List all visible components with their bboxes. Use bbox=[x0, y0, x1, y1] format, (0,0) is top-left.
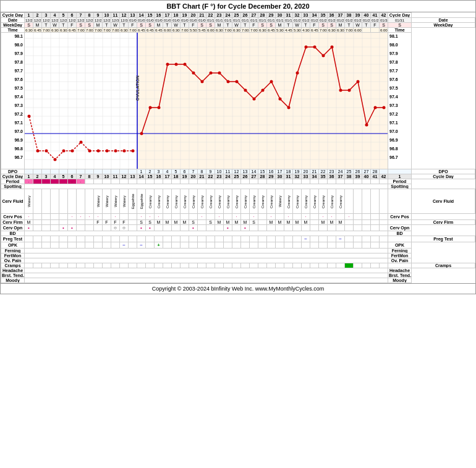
headache-row: Headache Headache bbox=[1, 268, 475, 273]
cd-11: 11 bbox=[111, 13, 120, 18]
svg-point-82 bbox=[218, 72, 221, 75]
ov-pain-label-right: Ov. Pain bbox=[388, 258, 412, 263]
temp-scale-right: 98.1 98.0 97.9 97.8 97.7 97.6 97.5 97.4 … bbox=[388, 33, 412, 169]
svg-point-68 bbox=[97, 150, 100, 153]
svg-point-67 bbox=[88, 150, 91, 153]
cd-40: 40 bbox=[362, 13, 371, 18]
cd-9: 9 bbox=[94, 13, 103, 18]
svg-point-88 bbox=[270, 80, 273, 83]
fertmon-label: FertMon bbox=[1, 253, 25, 258]
cd-32: 32 bbox=[293, 13, 302, 18]
weekday-label: WeekDay bbox=[1, 23, 25, 28]
cd-15: 15 bbox=[146, 13, 155, 18]
svg-point-78 bbox=[184, 63, 187, 66]
cerv-opn-label-right: Cerv Opn bbox=[388, 225, 412, 231]
temp-scale-left: 98.1 98.0 97.9 97.8 97.7 97.6 97.5 97.4 … bbox=[1, 33, 25, 169]
cd-10: 10 bbox=[103, 13, 111, 18]
brst-tend-row: Brst. Tend. Brst. Tend. bbox=[1, 273, 475, 278]
headache-label-right: Headache bbox=[388, 268, 412, 273]
cd-20: 20 bbox=[189, 13, 198, 18]
brst-tend-label: Brst. Tend. bbox=[1, 273, 25, 278]
spotting-row: Spotting Spotting bbox=[1, 184, 475, 189]
cd-12: 12 bbox=[120, 13, 129, 18]
moody-label: Moody bbox=[1, 278, 25, 283]
svg-point-83 bbox=[227, 80, 230, 83]
date-row: Date 12/20 12/21 12/22 12/23 12/24 12/25… bbox=[1, 18, 475, 23]
svg-point-71 bbox=[123, 150, 126, 153]
opk-label-right: OPK bbox=[388, 242, 412, 249]
svg-point-70 bbox=[114, 150, 117, 153]
svg-point-87 bbox=[261, 89, 265, 92]
chart-container: BBT Chart (F °) for Cycle December 20, 2… bbox=[0, 0, 476, 294]
svg-point-65 bbox=[71, 150, 74, 153]
svg-point-81 bbox=[210, 72, 213, 75]
svg-point-62 bbox=[45, 150, 48, 153]
svg-point-69 bbox=[106, 150, 109, 153]
cd-2: 2 bbox=[33, 13, 42, 18]
cd-33: 33 bbox=[302, 13, 310, 18]
svg-point-75 bbox=[158, 106, 161, 109]
copyright: Copyright © 2003-2024 bInfinity Web Inc.… bbox=[1, 283, 475, 294]
svg-point-66 bbox=[80, 141, 83, 144]
cd-36: 36 bbox=[328, 13, 336, 18]
period-label: Period bbox=[1, 179, 25, 184]
svg-point-97 bbox=[348, 89, 351, 92]
opk-label: OPK bbox=[1, 242, 25, 249]
cd-14: 14 bbox=[137, 13, 146, 18]
svg-point-99 bbox=[365, 124, 368, 127]
bbt-chart-area: OVULATION bbox=[25, 33, 388, 169]
svg-point-79 bbox=[192, 72, 195, 75]
cycle-day-row: Cycle Day 1 2 3 4 5 6 7 8 9 10 11 12 13 … bbox=[1, 13, 475, 18]
cd-24: 24 bbox=[224, 13, 232, 18]
svg-rect-0 bbox=[25, 33, 137, 169]
cycle-day-label-right: Cycle Day bbox=[388, 13, 412, 18]
svg-point-95 bbox=[331, 46, 334, 49]
moody-label-right: Moody bbox=[388, 278, 412, 283]
cd-7: 7 bbox=[77, 13, 85, 18]
brst-tend-label-right: Brst. Tend. bbox=[388, 273, 412, 278]
cd-42: 42 bbox=[380, 13, 388, 18]
time-row: Time 6:30 6:45 7:00 6:30 6:30 6:45 7:00 … bbox=[1, 28, 475, 33]
opk-row: OPK − − + OPK bbox=[1, 242, 475, 249]
preg-test-label: Preg Test bbox=[1, 236, 25, 242]
svg-point-86 bbox=[253, 98, 256, 101]
svg-rect-1 bbox=[137, 33, 388, 169]
cerv-firm-row: Cerv Firm M F F F F S S M M M M S S M M … bbox=[1, 220, 475, 225]
cd-23: 23 bbox=[215, 13, 224, 18]
svg-point-73 bbox=[140, 132, 143, 135]
preg-test-row: Preg Test − − Preg Test bbox=[1, 236, 475, 242]
weekday-label-right: WeekDay bbox=[412, 23, 475, 28]
cerv-fluid-label: Cerv Fluid bbox=[1, 189, 25, 214]
cerv-firm-label-right: Cerv Firm bbox=[412, 220, 475, 225]
cd-6: 6 bbox=[68, 13, 77, 18]
cd-31: 31 bbox=[284, 13, 293, 18]
cd-25: 25 bbox=[232, 13, 241, 18]
svg-point-61 bbox=[36, 150, 40, 153]
period-label-right: Period bbox=[388, 179, 412, 184]
svg-point-77 bbox=[175, 63, 178, 66]
chart-title: BBT Chart (F °) for Cycle December 20, 2… bbox=[1, 1, 475, 12]
svg-point-60 bbox=[28, 115, 31, 118]
date-label: Date bbox=[1, 18, 25, 23]
svg-point-93 bbox=[313, 46, 317, 49]
ferning-row: Ferning Ferning bbox=[1, 249, 475, 253]
cd-28: 28 bbox=[258, 13, 267, 18]
svg-point-90 bbox=[287, 106, 291, 109]
ov-pain-label: Ov. Pain bbox=[1, 258, 25, 263]
svg-point-101 bbox=[383, 106, 386, 109]
headache-label: Headache bbox=[1, 268, 25, 273]
cd-29: 29 bbox=[267, 13, 276, 18]
cd-41: 41 bbox=[371, 13, 380, 18]
svg-point-92 bbox=[305, 46, 308, 49]
svg-point-94 bbox=[322, 54, 325, 57]
cerv-opn-row: Cerv Opn • • • ○ ○ • • • • • Cerv Opn bbox=[1, 225, 475, 231]
svg-point-76 bbox=[166, 63, 169, 66]
svg-point-89 bbox=[279, 98, 282, 101]
svg-point-96 bbox=[339, 89, 342, 92]
ferning-label: Ferning bbox=[1, 249, 25, 253]
svg-text:OVULATION: OVULATION bbox=[135, 75, 140, 101]
svg-point-80 bbox=[201, 80, 204, 83]
svg-point-63 bbox=[54, 158, 57, 161]
svg-point-91 bbox=[296, 72, 299, 75]
main-table: Cycle Day 1 2 3 4 5 6 7 8 9 10 11 12 13 … bbox=[1, 12, 475, 283]
